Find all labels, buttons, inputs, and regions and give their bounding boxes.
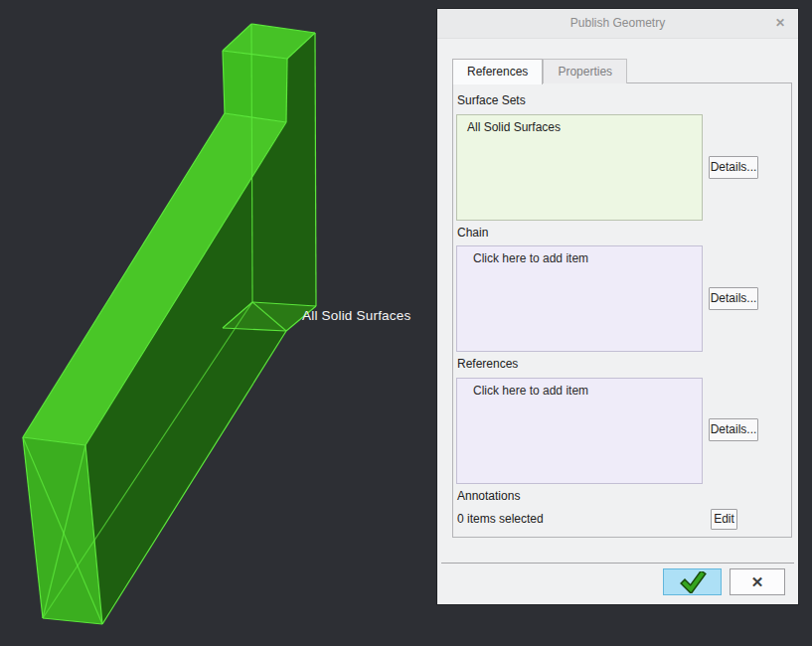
chain-label: Chain <box>457 226 488 240</box>
close-icon[interactable]: ✕ <box>775 9 785 38</box>
annotations-status: 0 items selected <box>457 512 544 526</box>
column-front-face[interactable] <box>223 51 287 122</box>
annotations-label: Annotations <box>457 489 520 503</box>
chain-collector[interactable]: Click here to add item <box>456 245 703 352</box>
publish-geometry-dialog: Publish Geometry ✕ ReferencesProperties … <box>437 9 798 604</box>
dialog-titlebar[interactable]: Publish Geometry ✕ <box>437 9 798 39</box>
surface-sets-details-button[interactable]: Details... <box>709 156 758 179</box>
cancel-x-icon: ✕ <box>751 574 764 589</box>
cancel-button[interactable]: ✕ <box>730 568 785 595</box>
dialog-title: Publish Geometry <box>437 9 798 38</box>
references-add-item-placeholder[interactable]: Click here to add item <box>457 379 702 398</box>
surface-sets-item[interactable]: All Solid Surfaces <box>457 115 702 134</box>
edit-button[interactable]: Edit <box>711 509 737 530</box>
tab-bar: ReferencesProperties <box>452 58 627 83</box>
references-collector[interactable]: Click here to add item <box>456 378 703 484</box>
surface-sets-label: Surface Sets <box>457 93 526 107</box>
footer-separator <box>441 563 794 564</box>
surface-sets-collector[interactable]: All Solid Surfaces <box>456 114 703 221</box>
ok-button[interactable] <box>663 568 722 595</box>
references-tab-panel: Annotations 0 items selected Edit Surfac… <box>452 82 792 538</box>
application-window: All Solid Surfaces Publish Geometry ✕ Re… <box>0 0 812 646</box>
chain-details-button[interactable]: Details... <box>709 287 758 310</box>
references-details-button[interactable]: Details... <box>709 418 758 441</box>
references-label: References <box>457 357 518 371</box>
tab-references[interactable]: References <box>452 59 543 84</box>
check-icon <box>678 571 708 593</box>
selection-label: All Solid Surfaces <box>302 308 410 323</box>
tab-properties[interactable]: Properties <box>543 59 627 83</box>
chain-add-item-placeholder[interactable]: Click here to add item <box>457 246 702 265</box>
